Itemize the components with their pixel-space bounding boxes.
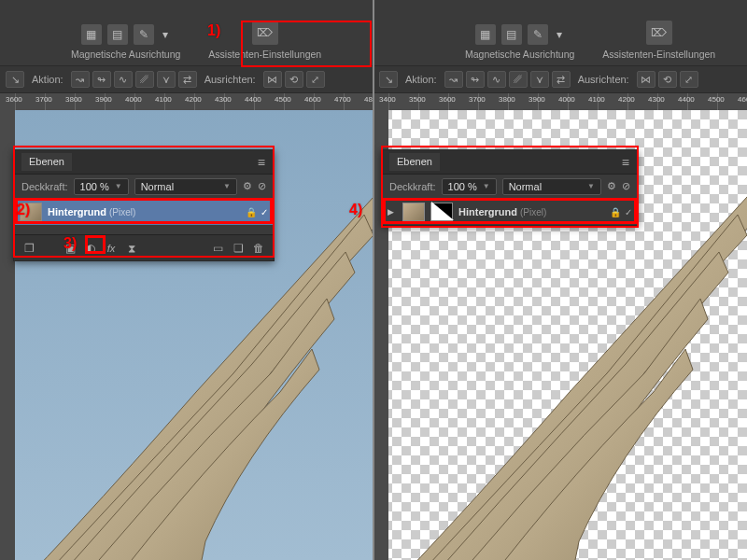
curve-close-icon[interactable]: ⋎ <box>157 71 176 88</box>
left-pane: ▦ ▤ ✎ ▾ Magnetische Ausrichtung ⌦ Assist… <box>0 0 374 560</box>
snap-guides-icon[interactable]: ▤ <box>501 24 522 45</box>
layer-name: Hintergrund <box>48 206 106 217</box>
context-toolbar: ↘ Aktion: ↝ ↬ ∿ ␥ ⋎ ⇄ Ausrichten: ⋈ ⟲ ⤢ <box>0 65 374 93</box>
new-layer-icon[interactable]: ❏ <box>229 240 247 257</box>
lock-icon[interactable]: 🔒 <box>610 207 621 217</box>
curve-sharp-icon[interactable]: ␥ <box>135 71 154 88</box>
visibility-check-icon[interactable]: ✓ <box>261 207 268 217</box>
annotation-1: 1) <box>207 22 220 39</box>
fx-icon[interactable]: fx <box>102 240 120 257</box>
align-label: Ausrichten: <box>204 74 256 85</box>
snap-brush-icon[interactable]: ✎ <box>134 24 154 45</box>
assistant-settings-icon[interactable]: ⌦ <box>646 21 672 45</box>
layer-type: (Pixel) <box>520 207 546 217</box>
hourglass-icon[interactable]: ⧗ <box>122 240 141 257</box>
adjustment-icon[interactable]: ◐ <box>81 240 100 257</box>
panel-menu-icon[interactable]: ≡ <box>258 155 266 170</box>
context-toolbar-right: ↘ Aktion: ↝ ↬ ∿ ␥ ⋎ ⇄ Ausrichten: ⋈ ⟲ ⤢ <box>374 65 747 93</box>
opacity-label: Deckkraft: <box>21 181 68 192</box>
action-label: Aktion: <box>405 74 437 85</box>
opacity-label: Deckkraft: <box>389 181 436 192</box>
magnetic-label: Magnetische Ausrichtung <box>465 49 574 60</box>
layer-thumb-icon <box>402 203 425 221</box>
dropdown-icon[interactable]: ▾ <box>160 24 171 45</box>
layers-tab[interactable]: Ebenen <box>21 153 72 171</box>
layer-row-background[interactable]: Hintergrund (Pixel) 🔒 ✓ <box>14 199 274 225</box>
align-1-icon[interactable]: ⋈ <box>263 71 282 88</box>
curve-join-icon[interactable]: ↬ <box>466 71 485 88</box>
link-icon[interactable]: ⊘ <box>622 180 630 192</box>
align-1-icon[interactable]: ⋈ <box>637 71 655 88</box>
gear-icon[interactable]: ⚙ <box>607 180 616 192</box>
align-3-icon[interactable]: ⤢ <box>680 71 698 88</box>
snap-grid-icon[interactable]: ▦ <box>475 24 496 45</box>
layer-name: Hintergrund <box>458 206 517 217</box>
curve-join-icon[interactable]: ↬ <box>92 71 111 88</box>
mask-thumb-icon <box>430 203 453 221</box>
curve-break-icon[interactable]: ↝ <box>444 71 463 88</box>
options-toolbar-right: ▦ ▤ ✎ ▾ Magnetische Ausrichtung ⌦ Assist… <box>374 0 747 65</box>
trash-icon[interactable]: 🗑 <box>249 240 268 257</box>
layers-panel-footer: ❐ ▣ ◐ fx ⧗ ▭ ❏ 🗑 <box>14 234 274 260</box>
layers-panel: Ebenen ≡ Deckkraft: 100 %▼ Normal▼ ⚙ ⊘ H… <box>13 149 275 261</box>
snap-guides-icon[interactable]: ▤ <box>107 24 128 45</box>
dropdown-icon[interactable]: ▾ <box>554 24 565 45</box>
annotation-3: 3) <box>63 235 77 252</box>
pane-divider <box>373 0 374 560</box>
curve-smooth-icon[interactable]: ∿ <box>487 71 506 88</box>
layers-tab[interactable]: Ebenen <box>389 153 440 171</box>
curve-smooth-icon[interactable]: ∿ <box>114 71 133 88</box>
curve-reverse-icon[interactable]: ⇄ <box>552 71 571 88</box>
tool-node-icon[interactable]: ↘ <box>6 71 24 88</box>
magnetic-label: Magnetische Ausrichtung <box>71 49 180 60</box>
annotation-4: 4) <box>349 202 362 218</box>
horizontal-ruler: 3600370038003900400041004200430044004500… <box>0 93 374 110</box>
right-pane: ▦ ▤ ✎ ▾ Magnetische Ausrichtung ⌦ Assist… <box>374 0 747 560</box>
layer-row-background[interactable]: ▶ Hintergrund (Pixel) 🔒 ✓ <box>382 199 638 225</box>
curve-break-icon[interactable]: ↝ <box>71 71 90 88</box>
align-2-icon[interactable]: ⟲ <box>658 71 677 88</box>
panel-menu-icon[interactable]: ≡ <box>622 155 630 170</box>
action-label: Aktion: <box>32 74 63 85</box>
opacity-selector[interactable]: 100 %▼ <box>74 178 129 195</box>
expand-arrow-icon[interactable]: ▶ <box>388 207 397 217</box>
snap-brush-icon[interactable]: ✎ <box>528 24 548 45</box>
layers-panel-right: Ebenen ≡ Deckkraft: 100 %▼ Normal▼ ⚙ ⊘ ▶ <box>381 149 639 226</box>
assistant-settings-icon[interactable]: ⌦ <box>252 21 278 45</box>
curve-sharp-icon[interactable]: ␥ <box>509 71 528 88</box>
options-toolbar: ▦ ▤ ✎ ▾ Magnetische Ausrichtung ⌦ Assist… <box>0 0 374 65</box>
horizontal-ruler-right: 3400350036003700380039004000410042004300… <box>374 93 747 110</box>
layer-type: (Pixel) <box>109 207 135 217</box>
visibility-check-icon[interactable]: ✓ <box>625 207 632 217</box>
gear-icon[interactable]: ⚙ <box>243 180 252 192</box>
snap-grid-icon[interactable]: ▦ <box>81 24 102 45</box>
align-label: Ausrichten: <box>578 74 629 85</box>
align-2-icon[interactable]: ⟲ <box>285 71 303 88</box>
opacity-selector[interactable]: 100 %▼ <box>442 178 497 195</box>
curve-reverse-icon[interactable]: ⇄ <box>178 71 197 88</box>
blend-mode-selector[interactable]: Normal▼ <box>134 178 237 195</box>
curve-close-icon[interactable]: ⋎ <box>530 71 549 88</box>
link-icon[interactable]: ⊘ <box>258 180 266 192</box>
lock-icon[interactable]: 🔒 <box>246 207 257 217</box>
assistant-settings-label: Assistenten-Einstellungen <box>602 49 715 60</box>
align-3-icon[interactable]: ⤢ <box>306 71 325 88</box>
assistant-settings-label: Assistenten-Einstellungen <box>208 49 321 60</box>
tool-node-icon[interactable]: ↘ <box>379 71 398 88</box>
annotation-2: 2) <box>17 202 30 218</box>
stack-icon[interactable]: ❐ <box>20 240 38 257</box>
blend-mode-selector[interactable]: Normal▼ <box>502 178 601 195</box>
folder-icon[interactable]: ▭ <box>208 240 227 257</box>
